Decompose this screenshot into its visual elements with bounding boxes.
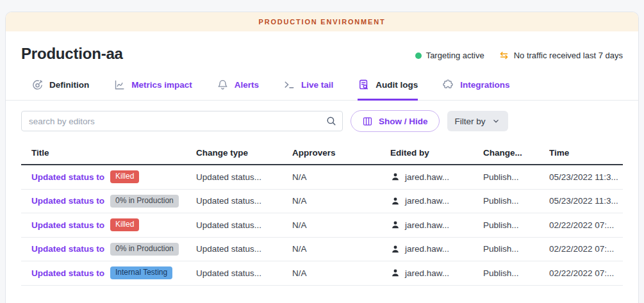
- table-row: Updated status toInternal TestingUpdated…: [21, 261, 623, 286]
- cell-change: Publish...: [483, 244, 549, 254]
- target-edit-icon: [31, 79, 44, 91]
- edited-by-name: jared.haw...: [405, 244, 449, 254]
- status-badge: Internal Testing: [110, 266, 172, 279]
- row-title-link[interactable]: Updated status to: [31, 268, 104, 278]
- filter-by-label: Filter by: [455, 117, 486, 126]
- tab-alerts[interactable]: Alerts: [217, 79, 259, 101]
- table-header: TitleChange typeApproversEdited byChange…: [21, 141, 623, 165]
- tab-label: Integrations: [460, 80, 509, 90]
- cell-title: Updated status toKilled: [21, 218, 196, 231]
- environment-card: PRODUCTION ENVIRONMENT Production-aa Tar…: [5, 12, 639, 303]
- person-icon: [390, 244, 400, 254]
- table-row: Updated status toKilledUpdated status...…: [21, 213, 623, 238]
- person-icon: [390, 196, 400, 206]
- row-title-link[interactable]: Updated status to: [31, 172, 104, 182]
- cell-edited-by: jared.haw...: [390, 172, 483, 182]
- doc-search-icon: [358, 79, 370, 91]
- audit-log-table: TitleChange typeApproversEdited byChange…: [21, 141, 623, 286]
- row-title-link[interactable]: Updated status to: [31, 244, 104, 254]
- tab-label: Audit logs: [376, 80, 418, 90]
- edited-by-name: jared.haw...: [405, 196, 449, 206]
- cell-change: Publish...: [483, 196, 549, 206]
- cell-title: Updated status toKilled: [21, 170, 196, 183]
- cell-approvers: N/A: [292, 196, 390, 206]
- terminal-icon: [283, 79, 295, 91]
- toolbar: Show / Hide Filter by: [6, 101, 638, 140]
- cell-approvers: N/A: [292, 220, 390, 230]
- environment-banner-label: PRODUCTION ENVIRONMENT: [259, 18, 386, 26]
- cell-change: Publish...: [483, 220, 549, 230]
- show-hide-button[interactable]: Show / Hide: [351, 110, 440, 132]
- targeting-status-label: Targeting active: [426, 51, 484, 60]
- cell-change-type: Updated status...: [196, 268, 292, 278]
- tab-label: Metrics impact: [131, 80, 192, 90]
- tab-live-tail[interactable]: Live tail: [283, 79, 333, 101]
- traffic-status: No traffic received last 7 days: [499, 50, 623, 61]
- search-box: [21, 111, 343, 131]
- show-hide-label: Show / Hide: [379, 117, 428, 126]
- filter-by-dropdown[interactable]: Filter by: [447, 111, 508, 131]
- status-badge: Killed: [110, 170, 139, 183]
- cell-time: 05/23/2022 11:3...: [549, 196, 623, 206]
- cell-time: 02/22/2022 07:...: [549, 220, 623, 230]
- column-header-time: Time: [549, 148, 623, 158]
- tab-audit-logs[interactable]: Audit logs: [358, 79, 418, 101]
- targeting-status: Targeting active: [415, 51, 484, 60]
- search-icon: [326, 115, 337, 127]
- bell-icon: [217, 79, 229, 91]
- table-row: Updated status to0% in ProductionUpdated…: [21, 190, 623, 214]
- swap-arrows-icon: [499, 50, 509, 61]
- puzzle-icon: [442, 79, 454, 91]
- cell-approvers: N/A: [292, 268, 390, 278]
- table-row: Updated status toKilledUpdated status...…: [21, 165, 623, 190]
- cell-approvers: N/A: [292, 244, 390, 254]
- status-badge: 0% in Production: [110, 195, 179, 208]
- page-title: Production-aa: [21, 44, 123, 63]
- traffic-status-label: No traffic received last 7 days: [514, 51, 623, 60]
- line-chart-icon: [113, 79, 126, 91]
- column-header-change: Change...: [483, 148, 549, 158]
- person-icon: [390, 220, 400, 230]
- tab-label: Definition: [49, 80, 89, 90]
- column-header-change-type: Change type: [196, 148, 292, 158]
- tab-label: Alerts: [235, 80, 259, 90]
- table-row: Updated status to0% in ProductionUpdated…: [21, 238, 623, 262]
- cell-change-type: Updated status...: [196, 172, 292, 182]
- cell-title: Updated status to0% in Production: [21, 243, 196, 256]
- person-icon: [390, 268, 400, 278]
- green-dot-icon: [415, 53, 422, 59]
- search-input[interactable]: [21, 111, 343, 131]
- columns-icon: [362, 116, 373, 127]
- cell-time: 02/22/2022 07:...: [549, 244, 623, 254]
- tab-metrics-impact[interactable]: Metrics impact: [113, 79, 192, 101]
- row-title-link[interactable]: Updated status to: [31, 196, 104, 206]
- cell-change-type: Updated status...: [196, 244, 292, 254]
- page-header: Production-aa Targeting active No traffi…: [6, 31, 638, 63]
- status-badge: 0% in Production: [110, 243, 179, 256]
- cell-edited-by: jared.haw...: [390, 244, 483, 254]
- column-header-edited-by: Edited by: [390, 148, 483, 158]
- cell-change-type: Updated status...: [196, 196, 292, 206]
- cell-change: Publish...: [483, 172, 549, 182]
- column-header-title: Title: [21, 148, 196, 158]
- chevron-down-icon: [491, 117, 500, 126]
- edited-by-name: jared.haw...: [405, 220, 449, 230]
- cell-time: 02/22/2022 07:...: [549, 268, 623, 278]
- cell-time: 05/23/2022 11:3...: [549, 172, 623, 182]
- cell-approvers: N/A: [292, 172, 390, 182]
- edited-by-name: jared.haw...: [405, 268, 449, 278]
- person-icon: [390, 172, 400, 182]
- cell-edited-by: jared.haw...: [390, 196, 483, 206]
- status-badge: Killed: [110, 218, 139, 231]
- cell-edited-by: jared.haw...: [390, 268, 483, 278]
- cell-title: Updated status toInternal Testing: [21, 266, 196, 279]
- row-title-link[interactable]: Updated status to: [31, 220, 104, 230]
- cell-change-type: Updated status...: [196, 220, 292, 230]
- tab-definition[interactable]: Definition: [31, 79, 89, 101]
- edited-by-name: jared.haw...: [405, 172, 449, 182]
- column-header-approvers: Approvers: [292, 148, 390, 158]
- cell-edited-by: jared.haw...: [390, 220, 483, 230]
- cell-change: Publish...: [483, 268, 549, 278]
- table-body: Updated status toKilledUpdated status...…: [21, 165, 623, 286]
- tab-integrations[interactable]: Integrations: [442, 79, 509, 101]
